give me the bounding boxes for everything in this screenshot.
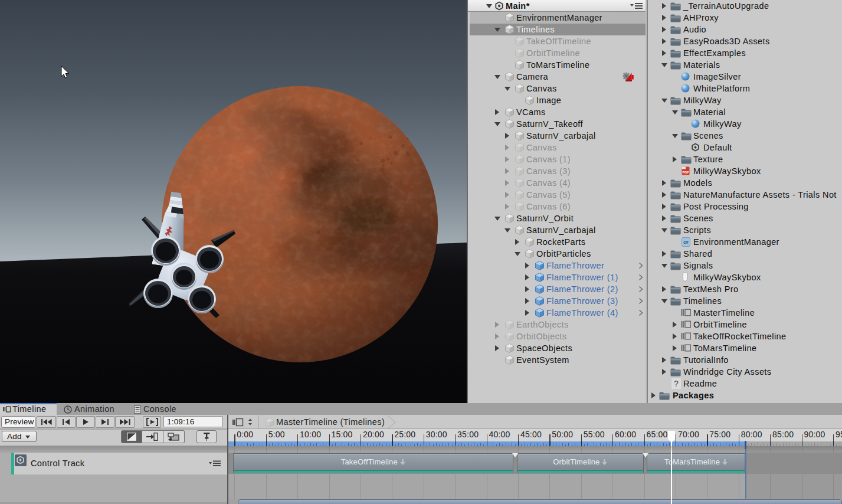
svg-text:PDF: PDF <box>683 171 690 174</box>
svg-text:?: ? <box>674 379 679 388</box>
svg-text:c#: c# <box>683 240 689 245</box>
